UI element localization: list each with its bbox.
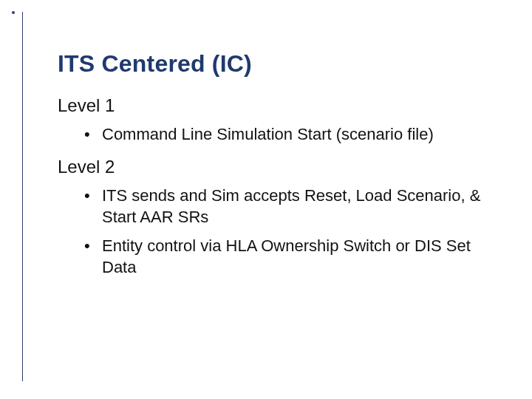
slide-title: ITS Centered (IC) <box>58 50 502 78</box>
section-heading-level-1: Level 1 <box>58 95 502 116</box>
bullet-list-level-1: Command Line Simulation Start (scenario … <box>84 123 502 145</box>
slide-content: ITS Centered (IC) Level 1 Command Line S… <box>58 50 502 290</box>
bullet-list-level-2: ITS sends and Sim accepts Reset, Load Sc… <box>84 185 502 278</box>
section-heading-level-2: Level 2 <box>58 157 502 177</box>
list-item: Command Line Simulation Start (scenario … <box>84 123 502 145</box>
vertical-rule <box>22 12 23 381</box>
list-item: Entity control via HLA Ownership Switch … <box>84 235 502 278</box>
list-item: ITS sends and Sim accepts Reset, Load Sc… <box>84 185 502 228</box>
slide: ITS Centered (IC) Level 1 Command Line S… <box>0 0 532 399</box>
decorative-dot <box>12 11 15 14</box>
